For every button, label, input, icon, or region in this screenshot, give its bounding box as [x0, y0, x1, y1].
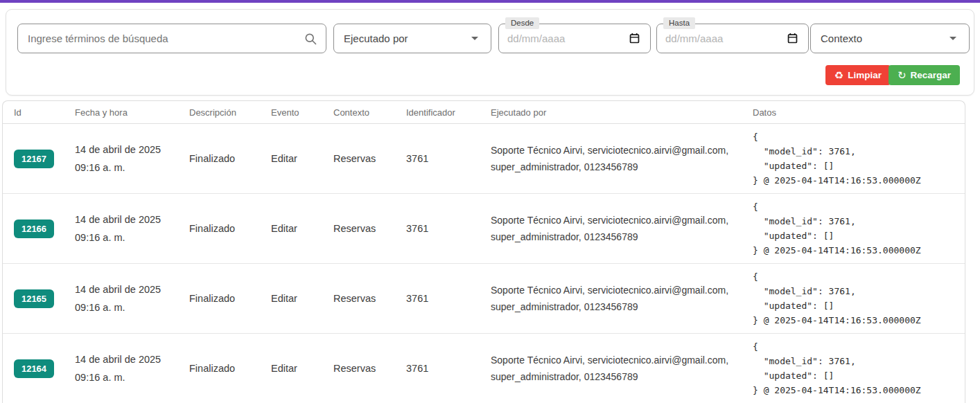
contexto-cell: Reservas: [333, 153, 406, 164]
column-header-identificador: Identificador: [406, 107, 491, 118]
column-header-descripcion: Descripción: [189, 107, 271, 118]
table-row: 12165 14 de abril de 2025 09:16 a. m. Fi…: [3, 264, 965, 334]
column-header-ejecutado-por: Ejecutado por: [491, 107, 753, 118]
ejecutado-por-cell: Soporte Técnico Airvi, serviciotecnico.a…: [491, 282, 753, 315]
id-badge: 12164: [14, 359, 54, 378]
id-cell: 12167: [14, 150, 75, 168]
reload-icon: ↻: [898, 70, 907, 80]
contexto-cell: Reservas: [333, 223, 406, 234]
filter-panel: Ejecutado por Desde dd/mm/aaaa Hasta dd/…: [6, 9, 974, 96]
fecha-cell: 14 de abril de 2025 09:16 a. m.: [75, 211, 189, 247]
ejecutado-por-cell: Soporte Técnico Airvi, serviciotecnico.a…: [491, 142, 753, 175]
identificador-cell: 3761: [406, 153, 491, 164]
calendar-icon[interactable]: [629, 33, 640, 44]
descripcion-cell: Finalizado: [189, 293, 271, 304]
datos-cell: { "model_id": 3761, "updated": [] } @ 20…: [753, 334, 965, 403]
datos-cell: { "model_id": 3761, "updated": [] } @ 20…: [753, 194, 965, 263]
table-row: 12166 14 de abril de 2025 09:16 a. m. Fi…: [3, 194, 965, 264]
identificador-cell: 3761: [406, 293, 491, 304]
limpiar-button[interactable]: ♻ Limpiar: [825, 65, 891, 85]
column-header-fecha: Fecha y hora: [75, 107, 189, 118]
datos-cell: { "model_id": 3761, "updated": [] } @ 20…: [753, 264, 965, 333]
hasta-date-field[interactable]: Hasta dd/mm/aaaa: [656, 24, 809, 53]
id-badge: 12165: [14, 289, 54, 308]
descripcion-cell: Finalizado: [189, 223, 271, 234]
chevron-down-icon: [950, 37, 956, 40]
evento-cell: Editar: [271, 293, 333, 304]
fecha-cell: 14 de abril de 2025 09:16 a. m.: [75, 280, 189, 316]
id-cell: 12165: [14, 289, 75, 308]
table-row: 12164 14 de abril de 2025 09:16 a. m. Fi…: [3, 334, 965, 403]
evento-cell: Editar: [271, 223, 333, 234]
contexto-cell: Reservas: [333, 293, 406, 304]
contexto-select[interactable]: Contexto: [810, 24, 970, 53]
desde-label: Desde: [505, 17, 539, 29]
ejecutado-por-cell: Soporte Técnico Airvi, serviciotecnico.a…: [491, 212, 753, 245]
accent-top-bar: [0, 0, 980, 3]
search-input[interactable]: [18, 33, 304, 44]
descripcion-cell: Finalizado: [189, 363, 271, 374]
chevron-down-icon: [471, 37, 478, 40]
column-header-id: Id: [14, 107, 75, 118]
evento-cell: Editar: [271, 153, 333, 164]
identificador-cell: 3761: [406, 223, 491, 234]
id-cell: 12164: [14, 359, 75, 378]
identificador-cell: 3761: [406, 363, 491, 374]
recycle-icon: ♻: [834, 70, 843, 80]
search-field[interactable]: [17, 24, 326, 53]
contexto-cell: Reservas: [333, 363, 406, 374]
table-header-row: Id Fecha y hora Descripción Evento Conte…: [3, 101, 965, 124]
column-header-evento: Evento: [271, 107, 333, 118]
table-body: 12167 14 de abril de 2025 09:16 a. m. Fi…: [3, 124, 965, 403]
fecha-cell: 14 de abril de 2025 09:16 a. m.: [75, 141, 189, 177]
limpiar-button-label: Limpiar: [848, 70, 882, 80]
contexto-select-value: Contexto: [821, 33, 862, 44]
desde-date-field[interactable]: Desde dd/mm/aaaa: [498, 24, 651, 53]
search-icon[interactable]: [304, 32, 317, 46]
id-badge: 12167: [14, 150, 54, 168]
ejecutado-por-select[interactable]: Ejecutado por: [333, 24, 491, 53]
audit-log-table: Id Fecha y hora Descripción Evento Conte…: [2, 100, 965, 403]
hasta-label: Hasta: [663, 17, 695, 29]
column-header-contexto: Contexto: [333, 107, 406, 118]
evento-cell: Editar: [271, 363, 333, 374]
descripcion-cell: Finalizado: [189, 153, 271, 164]
fecha-cell: 14 de abril de 2025 09:16 a. m.: [75, 350, 189, 386]
datos-cell: { "model_id": 3761, "updated": [] } @ 20…: [753, 124, 965, 193]
column-header-datos: Datos: [753, 107, 965, 118]
table-row: 12167 14 de abril de 2025 09:16 a. m. Fi…: [3, 124, 965, 194]
calendar-icon[interactable]: [787, 33, 798, 44]
id-cell: 12166: [14, 220, 75, 238]
hasta-date-placeholder: dd/mm/aaaa: [665, 33, 723, 44]
id-badge: 12166: [14, 220, 54, 238]
ejecutado-por-select-value: Ejecutado por: [344, 33, 408, 44]
ejecutado-por-cell: Soporte Técnico Airvi, serviciotecnico.a…: [491, 352, 753, 385]
recargar-button-label: Recargar: [910, 70, 951, 80]
recargar-button[interactable]: ↻ Recargar: [889, 65, 960, 85]
desde-date-placeholder: dd/mm/aaaa: [507, 33, 565, 44]
